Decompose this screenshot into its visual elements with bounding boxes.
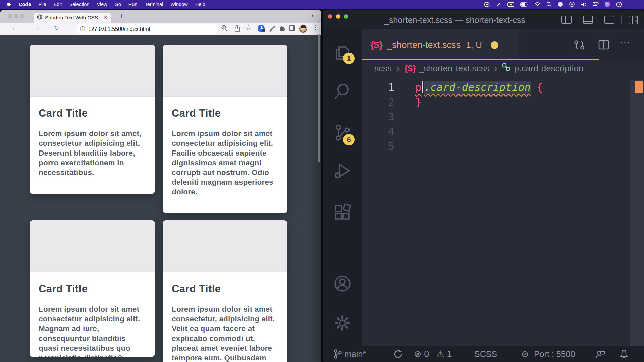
browser-scrollbar[interactable] [318,34,320,162]
battery-icon[interactable] [520,2,528,7]
line-number: 3 [362,109,394,124]
share-icon[interactable] [234,25,240,33]
macos-menu-bar: Code File Edit Selection View Go Run Ter… [0,0,644,9]
card: Card Title Lorem ipsum dolor sit amet co… [163,220,287,362]
control-center-icon[interactable] [593,2,599,7]
breadcrumb-symbol[interactable]: p.card-description [514,63,584,74]
screen-record-icon[interactable] [507,2,514,7]
editor-scrollbar[interactable] [630,80,644,346]
colorpicker-extension-icon[interactable] [269,25,275,33]
volume-icon[interactable] [581,2,587,7]
line-number: 4 [362,124,394,139]
settings-gear-icon[interactable] [333,314,352,333]
menu-window[interactable]: Window [170,2,188,7]
feedback-person-icon[interactable] [595,346,605,362]
minimize-window-button[interactable] [14,14,18,18]
new-tab-button[interactable]: + [117,11,126,21]
extensions-puzzle-icon[interactable] [278,25,285,33]
site-info-icon[interactable]: ⓘ [80,26,85,32]
tab-close-icon[interactable]: × [103,14,108,21]
extension-timer-icon[interactable] [258,25,265,32]
wifi-icon[interactable] [534,2,540,7]
siri-icon[interactable] [605,2,610,7]
back-button[interactable]: ← [11,24,18,32]
status-bar: main* ⊗ 0 ⚠ 1 SCSS ⊘ Port : 5500 [323,346,644,362]
menu-run[interactable]: Run [128,2,138,7]
forward-button[interactable]: → [33,24,39,32]
card: Card Title Lorem ipsum dolor sit amet co… [30,220,155,357]
card-description: Lorem ipsum dolor sit amet consectetur, … [172,304,278,362]
toggle-secondary-sidebar-icon[interactable] [604,16,614,24]
zoom-page-icon[interactable] [221,25,228,33]
text-cursor [422,81,423,93]
toggle-panel-icon[interactable] [583,16,593,24]
tab-search-chevron-icon[interactable]: ▾ [311,13,314,18]
menu-view[interactable]: View [97,2,107,7]
menu-app-code[interactable]: Code [19,2,31,7]
code-line-2: } [415,95,422,109]
menu-edit[interactable]: Edit [54,2,62,7]
menu-go[interactable]: Go [114,2,121,7]
window-title: _shorten-text.scss — shorten-text-css [323,10,615,29]
extensions-icon[interactable] [333,203,352,222]
card-description: Lorem ipsum dolor sit amet consectetur a… [172,129,278,197]
problems-item[interactable]: ⊗ 0 ⚠ 1 [414,346,452,362]
unsaved-changes-dot[interactable] [491,41,498,49]
line-number: 5 [362,139,394,154]
live-server-port-item[interactable]: Port : 5500 [534,346,575,362]
profile-avatar[interactable] [299,24,307,33]
side-panel-icon[interactable] [289,25,295,31]
accounts-icon[interactable] [333,274,352,293]
browser-tab[interactable]: Shorten Text With CSS × [34,13,111,23]
line-number: 2 [362,95,394,109]
sync-icon[interactable] [393,346,403,362]
circle-slash-icon: ⊘ [521,346,529,362]
spotlight-search-icon[interactable] [546,2,552,7]
menu-help[interactable]: Help [195,2,205,7]
record-icon[interactable] [484,2,490,7]
breadcrumb-file[interactable]: _shorten-text.scss [419,63,489,74]
symbol-class-icon [502,63,511,74]
token-open-brace: { [537,81,543,93]
activity-bar: 1 6 [323,29,362,346]
run-debug-icon[interactable] [333,161,352,180]
card-title: Card Title [172,107,278,119]
zoom-window-button[interactable] [20,14,24,18]
bookmark-star-icon[interactable]: ☆ [245,24,252,32]
split-editor-icon[interactable] [598,40,609,51]
editor-tab-filename: _shorten-text.scss [387,40,461,50]
card-title: Card Title [172,283,278,295]
toggle-sidebar-icon[interactable] [561,16,572,24]
warning-overview-marker [635,81,643,93]
menu-file[interactable]: File [38,2,46,7]
rocket-icon[interactable] [496,2,501,7]
close-window-button[interactable] [8,14,12,18]
source-control-badge: 6 [343,134,355,145]
status-dot-icon[interactable] [558,2,563,7]
code-editor[interactable]: 1 2 3 4 5 p.card-description{ } [362,76,644,346]
menu-terminal[interactable]: Terminal [145,2,163,7]
play-status-icon[interactable] [569,2,575,7]
more-actions-icon[interactable]: ··· [620,37,630,48]
menu-selection[interactable]: Selection [69,2,90,7]
card: Card Title Lorem ipsum dolor sit amet, c… [30,45,155,194]
customize-layout-icon[interactable] [629,16,638,24]
search-icon[interactable] [333,81,352,100]
breadcrumb-folder[interactable]: scss [374,63,392,74]
address-bar[interactable]: ⓘ 127.0.0.1:5500/index.html [76,24,217,34]
reload-button[interactable]: ↻ [54,24,59,32]
sass-file-icon: {S} [370,40,382,50]
token-class-selector: .card-description [424,81,531,94]
language-mode-item[interactable]: SCSS [474,346,497,362]
git-branch-item[interactable]: main* [333,346,366,362]
browser-toolbar: ← → ↻ ⓘ 127.0.0.1:5500/index.html ☆ ⋮ [0,23,321,35]
card-title: Card Title [39,283,146,295]
notifications-bell-icon[interactable] [619,346,629,362]
clock-menu-icon[interactable] [616,2,622,7]
open-changes-icon[interactable] [574,40,585,52]
card-image-placeholder [163,220,287,272]
vscode-title-bar: _shorten-text.scss — shorten-text-css [323,10,644,29]
browser-menu-icon[interactable]: ⋮ [313,24,318,31]
editor-tab[interactable]: {S} _shorten-text.scss 1, U [362,29,518,60]
apple-logo-icon[interactable] [7,1,11,8]
